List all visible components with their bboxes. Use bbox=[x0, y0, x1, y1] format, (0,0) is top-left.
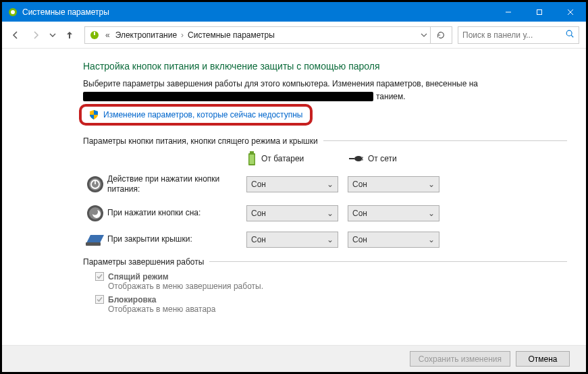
dd-sleep-battery[interactable]: Сон⌄ bbox=[246, 205, 338, 221]
breadcrumb-dropdown[interactable] bbox=[418, 32, 430, 38]
dd-lid-battery[interactable]: Сон⌄ bbox=[246, 232, 338, 248]
svg-rect-12 bbox=[250, 155, 255, 164]
chevron-down-icon: ⌄ bbox=[428, 209, 435, 218]
app-icon bbox=[7, 7, 18, 18]
section-buttons-heading: Параметры кнопки питания, кнопки спящего… bbox=[83, 136, 567, 146]
intro-tail: танием. bbox=[376, 91, 406, 103]
search-input[interactable] bbox=[462, 30, 565, 40]
footer-bar: Сохранить изменения Отмена bbox=[2, 345, 586, 372]
toolbar: « Электропитание › Системные параметры bbox=[2, 22, 586, 49]
sleep-button-icon bbox=[83, 205, 107, 222]
svg-rect-14 bbox=[349, 158, 354, 159]
chk-lock-label: Блокировка bbox=[108, 295, 157, 304]
minimize-button[interactable] bbox=[493, 2, 524, 22]
chk-sleep-row: Спящий режим bbox=[95, 272, 567, 282]
chevron-down-icon: ⌄ bbox=[327, 180, 333, 189]
redacted-text-1 bbox=[83, 92, 373, 101]
chevron-down-icon: ⌄ bbox=[428, 180, 435, 189]
chk-sleep-desc: Отображать в меню завершения работы. bbox=[108, 282, 567, 291]
chk-lock-desc: Отображать в меню аватара bbox=[108, 304, 567, 314]
svg-line-9 bbox=[571, 35, 573, 37]
svg-rect-3 bbox=[537, 9, 542, 14]
address-bar[interactable]: « Электропитание › Системные параметры bbox=[84, 26, 452, 44]
checkbox-sleep[interactable] bbox=[95, 272, 104, 281]
window: Системные параметры « Электропитание › С… bbox=[0, 0, 588, 374]
back-button[interactable] bbox=[6, 26, 25, 45]
row-lid-label: При закрытии крышки: bbox=[107, 234, 246, 245]
refresh-button[interactable] bbox=[430, 26, 450, 44]
chevron-down-icon: ⌄ bbox=[327, 235, 333, 244]
uac-link-text: Изменение параметров, которые сейчас нед… bbox=[103, 110, 303, 119]
intro-text-1: Выберите параметры завершения работы для… bbox=[83, 78, 515, 90]
breadcrumb-current[interactable]: Системные параметры bbox=[185, 30, 277, 40]
col-battery: От батареи bbox=[246, 151, 348, 166]
search-box[interactable] bbox=[458, 26, 579, 44]
svg-rect-23 bbox=[86, 242, 101, 246]
breadcrumb-lead: « bbox=[103, 30, 113, 40]
svg-rect-16 bbox=[361, 159, 363, 161]
checkbox-lock[interactable] bbox=[95, 295, 104, 304]
title-bar: Системные параметры bbox=[2, 2, 586, 22]
power-plan-icon bbox=[89, 30, 100, 41]
dd-lid-ac[interactable]: Сон⌄ bbox=[348, 232, 439, 248]
up-button[interactable] bbox=[60, 26, 79, 45]
dd-power-ac[interactable]: Сон⌄ bbox=[348, 176, 439, 192]
power-button-icon bbox=[83, 176, 107, 193]
svg-rect-15 bbox=[361, 157, 363, 158]
section-shutdown-heading: Параметры завершения работы bbox=[83, 257, 567, 267]
content-pane: Настройка кнопок питания и включение защ… bbox=[2, 49, 586, 345]
battery-icon bbox=[246, 151, 257, 166]
chevron-down-icon: ⌄ bbox=[428, 235, 435, 244]
intro-text-2: танием. bbox=[83, 91, 515, 103]
svg-point-1 bbox=[11, 10, 15, 14]
breadcrumb-parent[interactable]: Электропитание bbox=[113, 30, 180, 40]
row-power-label: Действие при нажатии кнопки питания: bbox=[107, 174, 246, 195]
close-button[interactable] bbox=[555, 2, 586, 22]
svg-point-8 bbox=[566, 30, 572, 36]
uac-change-link[interactable]: Изменение параметров, которые сейчас нед… bbox=[79, 104, 313, 126]
recent-dropdown[interactable] bbox=[47, 26, 59, 45]
dd-sleep-ac[interactable]: Сон⌄ bbox=[348, 205, 439, 221]
chk-lock-row: Блокировка bbox=[95, 295, 567, 304]
dd-power-battery[interactable]: Сон⌄ bbox=[246, 176, 338, 192]
svg-rect-7 bbox=[94, 32, 95, 35]
window-title: Системные параметры bbox=[22, 7, 493, 17]
plug-icon bbox=[348, 153, 364, 164]
forward-button[interactable] bbox=[26, 26, 45, 45]
row-power-button: Действие при нажатии кнопки питания: Сон… bbox=[83, 174, 567, 195]
row-sleep-label: При нажатии кнопки сна: bbox=[107, 208, 246, 219]
search-icon bbox=[565, 29, 574, 41]
cancel-button[interactable]: Отмена bbox=[516, 351, 570, 367]
row-lid-close: При закрытии крышки: Сон⌄ Сон⌄ bbox=[83, 232, 567, 248]
power-columns-header: От батареи От сети bbox=[246, 151, 567, 166]
maximize-button[interactable] bbox=[524, 2, 555, 22]
svg-rect-10 bbox=[250, 151, 254, 153]
row-sleep-button: При нажатии кнопки сна: Сон⌄ Сон⌄ bbox=[83, 205, 567, 222]
chevron-down-icon: ⌄ bbox=[327, 209, 333, 218]
page-title: Настройка кнопок питания и включение защ… bbox=[83, 61, 567, 72]
svg-point-13 bbox=[354, 156, 363, 161]
chk-sleep-label: Спящий режим bbox=[108, 272, 169, 282]
breadcrumb-sep: › bbox=[180, 30, 185, 40]
lid-icon bbox=[83, 232, 107, 247]
col-ac: От сети bbox=[348, 153, 449, 164]
shield-icon bbox=[88, 109, 99, 120]
save-button[interactable]: Сохранить изменения bbox=[410, 351, 510, 367]
